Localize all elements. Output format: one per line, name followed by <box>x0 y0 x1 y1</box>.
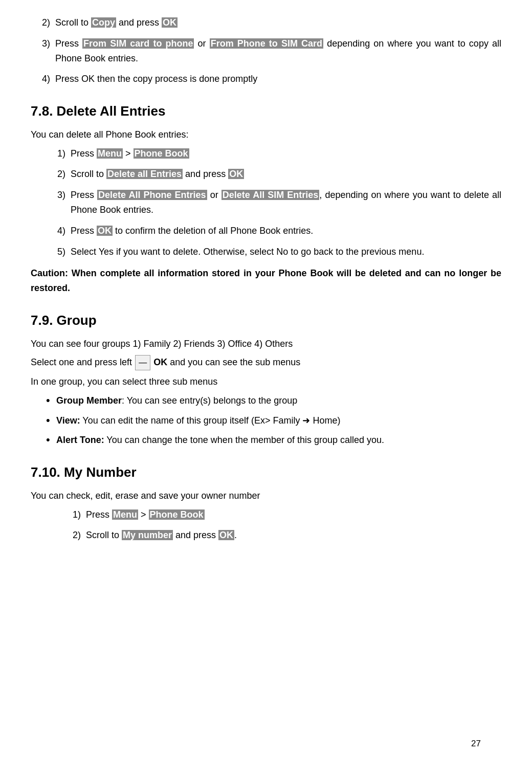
item-number: 1) <box>61 507 86 522</box>
list-item: 1) Press Menu > Phone Book <box>46 146 501 161</box>
highlight-menu-2: Menu <box>112 509 138 520</box>
bullet-item-view: • View: You can edit the name of this gr… <box>46 413 501 428</box>
item-content: Scroll to Copy and press OK <box>55 15 501 30</box>
item-content: Press From SIM card to phone or From Pho… <box>55 36 501 66</box>
group-bullets-list: • Group Member: You can see entry(s) bel… <box>46 393 501 448</box>
section-78-intro: You can delete all Phone Book entries: <box>31 127 501 142</box>
section-79-select: Select one and press left — OK and you c… <box>31 355 501 370</box>
bullet-dot: • <box>46 393 56 408</box>
highlight-delete-all-phone: Delete All Phone Entries <box>97 190 207 200</box>
item-number: 2) <box>61 528 86 543</box>
group-member-label: Group Member <box>56 395 122 406</box>
list-item: 2) Scroll to Delete all Entries and pres… <box>46 167 501 182</box>
page-number: 27 <box>471 737 481 750</box>
bullet-content: Group Member: You can see entry(s) belon… <box>56 393 501 408</box>
section-79-heading: 7.9. Group <box>31 310 501 331</box>
item-number: 1) <box>46 146 71 161</box>
highlight-ok: OK <box>162 17 178 28</box>
item-content: Press Menu > Phone Book <box>71 146 501 161</box>
item-number: 4) <box>31 72 55 86</box>
highlight-delete-all-sim: Delete All SIM Entries <box>221 190 320 200</box>
list-item: 4) Press OK to confirm the deletion of a… <box>46 224 501 238</box>
bullet-item-group-member: • Group Member: You can see entry(s) bel… <box>46 393 501 408</box>
highlight-ok-4: OK <box>218 530 234 540</box>
list-item: 5) Select Yes if you want to delete. Oth… <box>46 245 501 259</box>
section-710-intro: You can check, edit, erase and save your… <box>31 489 501 503</box>
view-label: View: <box>56 415 80 426</box>
list-item: 2) Scroll to Copy and press OK <box>31 15 501 30</box>
ok-box-icon: — <box>135 355 150 370</box>
item-number: 2) <box>46 167 71 182</box>
highlight-my-number: My number <box>122 530 173 540</box>
list-item: 2) Scroll to My number and press OK. <box>61 528 501 543</box>
item-number: 3) <box>46 188 71 203</box>
item-content: Press OK to confirm the deletion of all … <box>71 224 501 238</box>
list-item: 4) Press OK then the copy process is don… <box>31 72 501 86</box>
highlight-delete-all-entries: Delete all Entries <box>106 169 183 179</box>
item-content: Select Yes if you want to delete. Otherw… <box>71 245 501 259</box>
ok-label: OK <box>153 357 167 367</box>
item-content: Scroll to Delete all Entries and press O… <box>71 167 501 182</box>
section-78-heading: 7.8. Delete All Entries <box>31 101 501 122</box>
section-79-para1: You can see four groups 1) Family 2) Fri… <box>31 337 501 351</box>
item-number: 3) <box>31 36 55 51</box>
list-item: 3) Press Delete All Phone Entries or Del… <box>46 188 501 217</box>
copy-steps-list: 2) Scroll to Copy and press OK 3) Press … <box>31 15 501 86</box>
highlight-menu: Menu <box>97 148 123 159</box>
highlight-ok-3: OK <box>97 226 113 236</box>
highlight-from-sim: From SIM card to phone <box>82 38 194 49</box>
bullet-dot: • <box>46 413 56 428</box>
item-content: Scroll to My number and press OK. <box>86 528 501 543</box>
item-number: 4) <box>46 224 71 238</box>
caution-text: Caution: When complete all information s… <box>31 266 501 296</box>
highlight-ok-2: OK <box>228 169 244 179</box>
bullet-content: Alert Tone: You can change the tone when… <box>56 433 501 448</box>
item-number: 2) <box>31 15 55 30</box>
list-item: 3) Press From SIM card to phone or From … <box>31 36 501 66</box>
item-content: Press Menu > Phone Book <box>86 507 501 522</box>
highlight-phonebook: Phone Book <box>134 148 189 159</box>
item-number: 5) <box>46 245 71 259</box>
bullet-item-alert-tone: • Alert Tone: You can change the tone wh… <box>46 433 501 448</box>
my-number-list: 1) Press Menu > Phone Book 2) Scroll to … <box>61 507 501 543</box>
delete-entries-list: 1) Press Menu > Phone Book 2) Scroll to … <box>46 146 501 259</box>
item-content: Press OK then the copy process is done p… <box>55 72 501 86</box>
bullet-content: View: You can edit the name of this grou… <box>56 413 501 428</box>
highlight-copy: Copy <box>91 17 116 28</box>
highlight-from-phone: From Phone to SIM Card <box>210 38 323 49</box>
item-content: Press Delete All Phone Entries or Delete… <box>71 188 501 217</box>
bullet-dot: • <box>46 433 56 448</box>
section-79-para2: In one group, you can select three sub m… <box>31 374 501 389</box>
highlight-phonebook-2: Phone Book <box>149 509 205 520</box>
section-710-heading: 7.10. My Number <box>31 462 501 483</box>
alert-tone-label: Alert Tone: <box>56 435 104 445</box>
list-item: 1) Press Menu > Phone Book <box>61 507 501 522</box>
